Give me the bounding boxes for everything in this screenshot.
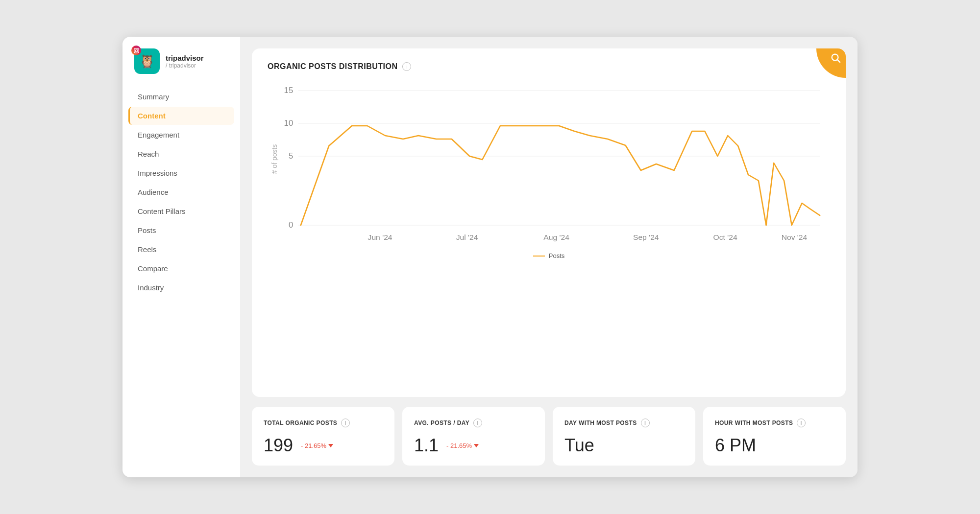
svg-line-4 — [837, 60, 840, 62]
stat-value-row-avg-posts-day: 1.1- 21.65% — [414, 435, 533, 456]
chart-legend: Posts — [268, 252, 830, 259]
stat-card-avg-posts-day: AVG. POSTS / DAY i1.1- 21.65% — [402, 407, 545, 466]
svg-point-2 — [137, 49, 138, 49]
sidebar-item-reach[interactable]: Reach — [128, 145, 234, 163]
svg-text:10: 10 — [284, 118, 294, 127]
brand-name: tripadvisor — [166, 54, 204, 62]
svg-text:Jul '24: Jul '24 — [456, 233, 478, 241]
stat-info-icon-total-organic-posts[interactable]: i — [341, 419, 350, 427]
chart-card: ORGANIC POSTS DISTRIBUTION i 15 10 5 0 — [252, 48, 846, 397]
svg-text:5: 5 — [289, 151, 293, 160]
sidebar-item-compare[interactable]: Compare — [128, 259, 234, 278]
legend-line-icon — [533, 256, 545, 257]
stat-info-icon-hour-most-posts[interactable]: i — [797, 419, 806, 427]
stat-change-total-organic-posts: - 21.65% — [301, 442, 333, 449]
sidebar-item-impressions[interactable]: Impressions — [128, 164, 234, 182]
sidebar-item-reels[interactable]: Reels — [128, 240, 234, 258]
chart-title: ORGANIC POSTS DISTRIBUTION — [268, 62, 397, 71]
svg-text:0: 0 — [289, 220, 293, 229]
stat-value-row-day-most-posts: Tue — [564, 435, 684, 456]
chart-info-icon[interactable]: i — [402, 62, 411, 71]
stat-value-row-total-organic-posts: 199- 21.65% — [264, 435, 383, 456]
sidebar-item-posts[interactable]: Posts — [128, 221, 234, 239]
search-button[interactable] — [816, 48, 846, 78]
stat-info-icon-day-most-posts[interactable]: i — [641, 419, 650, 427]
svg-text:Oct '24: Oct '24 — [713, 233, 737, 241]
sidebar-item-content-pillars[interactable]: Content Pillars — [128, 202, 234, 220]
stat-card-day-most-posts: DAY WITH MOST POSTS iTue — [553, 407, 695, 466]
svg-text:Sep '24: Sep '24 — [633, 233, 659, 241]
stat-card-total-organic-posts: TOTAL ORGANIC POSTS i199- 21.65% — [252, 407, 394, 466]
chart-svg: 15 10 5 0 # of posts Jun '24 Jul '24 Aug… — [268, 81, 830, 247]
svg-rect-0 — [134, 48, 138, 52]
sidebar: 🦉 tripadvisor / tripadvisor SummaryConte… — [122, 37, 240, 477]
sidebar-item-industry[interactable]: Industry — [128, 279, 234, 297]
stat-change-avg-posts-day: - 21.65% — [446, 442, 479, 449]
svg-text:Jun '24: Jun '24 — [368, 233, 392, 241]
nav-menu: SummaryContentEngagementReachImpressions… — [122, 88, 240, 297]
brand-handle: / tripadvisor — [166, 62, 204, 69]
logo-text: tripadvisor / tripadvisor — [166, 54, 204, 69]
sidebar-item-audience[interactable]: Audience — [128, 183, 234, 201]
arrow-down-icon — [328, 444, 333, 447]
stat-value-total-organic-posts: 199 — [264, 435, 293, 456]
chart-header: ORGANIC POSTS DISTRIBUTION i — [268, 62, 830, 71]
instagram-badge — [131, 46, 141, 55]
svg-text:Nov '24: Nov '24 — [782, 233, 808, 241]
arrow-down-icon — [474, 444, 479, 447]
stat-value-row-hour-most-posts: 6 PM — [715, 435, 834, 456]
stats-row: TOTAL ORGANIC POSTS i199- 21.65% AVG. PO… — [252, 407, 846, 466]
stat-card-hour-most-posts: HOUR WITH MOST POSTS i6 PM — [703, 407, 846, 466]
stat-value-avg-posts-day: 1.1 — [414, 435, 439, 456]
stat-info-icon-avg-posts-day[interactable]: i — [473, 419, 482, 427]
brand-logo: 🦉 tripadvisor / tripadvisor — [122, 48, 240, 88]
logo-owl: 🦉 — [139, 54, 155, 69]
sidebar-item-summary[interactable]: Summary — [128, 88, 234, 106]
svg-point-1 — [135, 49, 138, 52]
app-container: 🦉 tripadvisor / tripadvisor SummaryConte… — [122, 37, 858, 477]
svg-text:# of posts: # of posts — [270, 144, 278, 174]
main-content: ORGANIC POSTS DISTRIBUTION i 15 10 5 0 — [240, 37, 858, 477]
chart-area: 15 10 5 0 # of posts Jun '24 Jul '24 Aug… — [268, 81, 830, 247]
stat-value-hour-most-posts: 6 PM — [715, 435, 756, 456]
stat-label-avg-posts-day: AVG. POSTS / DAY i — [414, 419, 533, 427]
sidebar-item-engagement[interactable]: Engagement — [128, 126, 234, 144]
svg-text:15: 15 — [284, 86, 294, 94]
svg-text:Aug '24: Aug '24 — [543, 233, 569, 241]
stat-value-day-most-posts: Tue — [564, 435, 594, 456]
legend-label: Posts — [549, 252, 565, 259]
logo-icon: 🦉 — [134, 48, 160, 74]
stat-label-hour-most-posts: HOUR WITH MOST POSTS i — [715, 419, 834, 427]
sidebar-item-content[interactable]: Content — [128, 107, 234, 125]
stat-label-total-organic-posts: TOTAL ORGANIC POSTS i — [264, 419, 383, 427]
stat-label-day-most-posts: DAY WITH MOST POSTS i — [564, 419, 684, 427]
